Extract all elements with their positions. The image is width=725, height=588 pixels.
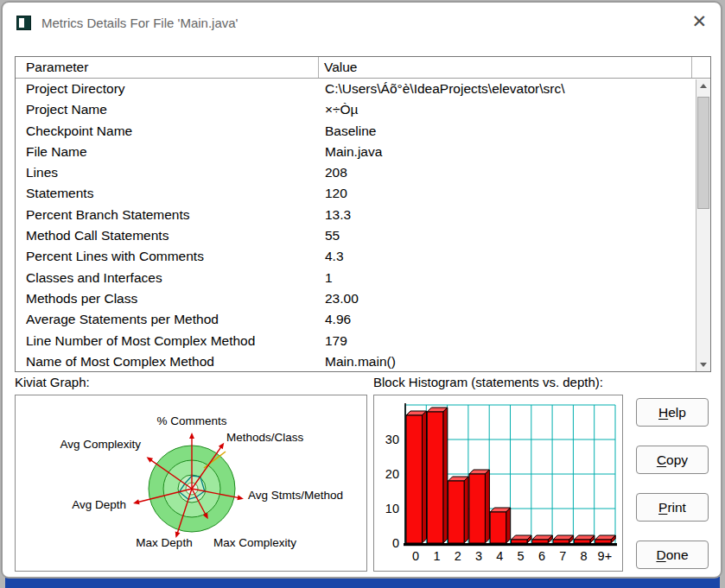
x-tick-label: 2 xyxy=(455,549,461,563)
close-button[interactable]: ✕ xyxy=(691,10,707,33)
table-row[interactable]: Methods per Class23.00 xyxy=(16,288,710,309)
parameter-cell: Classes and Interfaces xyxy=(16,268,319,288)
bar-side-face xyxy=(506,508,511,543)
bar xyxy=(406,415,423,543)
table-row[interactable]: Method Call Statements55 xyxy=(16,225,710,246)
help-button-label: elp xyxy=(668,405,686,420)
x-tick-label: 5 xyxy=(518,549,525,563)
table-row[interactable]: Average Statements per Method4.96 xyxy=(16,309,710,330)
scrollbar-up-icon[interactable] xyxy=(696,79,710,92)
value-cell: Main.main() xyxy=(319,351,692,371)
x-tick-label: 7 xyxy=(559,549,566,563)
app-icon xyxy=(16,16,31,30)
copy-button-label: opy xyxy=(666,452,688,467)
window-title: Metrics Details For File 'Main.java' xyxy=(41,16,238,30)
parameter-cell: File Name xyxy=(16,142,319,162)
x-tick-label: 3 xyxy=(475,549,482,563)
value-cell: 208 xyxy=(319,162,692,183)
histogram-section-label: Block Histogram (statements vs. depth): xyxy=(373,375,603,389)
table-row[interactable]: Line Number of Most Complex Method179 xyxy=(16,331,710,351)
kiviat-axis-label: Avg Depth xyxy=(72,498,126,511)
bar xyxy=(595,540,612,543)
help-button-mnemonic: H xyxy=(658,405,668,420)
table-row[interactable]: Project DirectoryC:\Users\Áõ°è\IdeaProje… xyxy=(16,79,710,99)
table-row[interactable]: Name of Most Complex MethodMain.main() xyxy=(16,351,710,371)
parameter-cell: Name of Most Complex Method xyxy=(16,351,319,371)
y-tick-label: 0 xyxy=(392,536,399,550)
table-row[interactable]: Checkpoint NameBaseline xyxy=(16,121,710,142)
column-header-parameter[interactable]: Parameter xyxy=(16,57,319,78)
table-row[interactable]: Lines208 xyxy=(16,162,710,183)
app-icon-pane xyxy=(19,18,24,28)
done-button-mnemonic: D xyxy=(656,547,665,562)
titlebar[interactable]: Metrics Details For File 'Main.java' ✕ xyxy=(3,3,721,42)
kiviat-arrowhead-icon xyxy=(237,495,243,500)
value-cell: 23.00 xyxy=(319,288,692,309)
table-row[interactable]: Statements120 xyxy=(16,183,710,204)
print-button-mnemonic: P xyxy=(658,500,667,515)
kiviat-axis-label: Max Complexity xyxy=(213,536,296,549)
bar-side-face xyxy=(464,477,468,543)
x-tick-label: 9+ xyxy=(598,549,613,563)
value-cell: 1 xyxy=(319,268,692,288)
table-row[interactable]: Project Name×÷Òµ xyxy=(16,99,710,120)
done-button[interactable]: Done xyxy=(636,541,709,569)
x-tick-label: 0 xyxy=(412,549,419,563)
column-header-value[interactable]: Value xyxy=(319,57,692,78)
value-cell: 13.3 xyxy=(319,205,692,225)
x-axis xyxy=(404,543,617,546)
bar xyxy=(532,540,549,543)
bar-side-face xyxy=(485,470,489,543)
table-body: Project DirectoryC:\Users\Áõ°è\IdeaProje… xyxy=(16,79,710,371)
parameter-cell: Statements xyxy=(16,183,319,204)
parameter-cell: Project Name xyxy=(16,99,319,120)
copy-button[interactable]: Copy xyxy=(636,446,709,474)
bar xyxy=(574,540,590,543)
screen: Metrics Details For File 'Main.java' ✕ P… xyxy=(0,0,725,588)
block-histogram: 01020300123456789+ xyxy=(374,395,622,571)
bar xyxy=(448,481,465,543)
kiviat-axis-label: Avg Complexity xyxy=(60,438,141,451)
table-row[interactable]: Classes and Interfaces1 xyxy=(16,268,710,288)
value-cell: C:\Users\Áõ°è\IdeaProjects\elevator\src\ xyxy=(319,79,692,99)
kiviat-axis-label: Avg Stmts/Method xyxy=(248,489,343,502)
parameter-cell: Average Statements per Method xyxy=(16,309,319,330)
metrics-details-dialog: Metrics Details For File 'Main.java' ✕ P… xyxy=(1,1,722,579)
bar xyxy=(553,540,569,543)
x-tick-label: 6 xyxy=(538,549,545,563)
scrollbar-thumb[interactable] xyxy=(697,97,709,209)
button-column: Help Copy Print Done xyxy=(636,398,709,579)
y-tick-label: 10 xyxy=(385,502,399,515)
bar xyxy=(490,512,506,543)
kiviat-arrowhead-icon xyxy=(133,499,140,504)
parameter-cell: Percent Branch Statements xyxy=(16,205,319,225)
value-cell: 179 xyxy=(319,331,692,351)
table-scrollbar[interactable] xyxy=(696,79,710,371)
value-cell: ×÷Òµ xyxy=(319,99,692,120)
value-cell: 4.3 xyxy=(319,246,692,267)
copy-button-mnemonic: C xyxy=(657,452,666,467)
print-button[interactable]: Print xyxy=(636,493,709,522)
parameter-cell: Method Call Statements xyxy=(16,225,319,246)
x-tick-label: 8 xyxy=(581,549,588,563)
value-cell: Main.java xyxy=(319,142,692,162)
kiviat-axis-label: Max Depth xyxy=(136,536,192,549)
kiviat-arrowhead-icon xyxy=(219,443,224,449)
bar xyxy=(469,474,486,543)
metrics-table: Parameter Value Project DirectoryC:\User… xyxy=(15,56,711,372)
help-button[interactable]: Help xyxy=(636,398,709,427)
parameter-cell: Methods per Class xyxy=(16,288,319,309)
kiviat-section-label: Kiviat Graph: xyxy=(15,375,90,389)
bar-side-face xyxy=(423,411,427,543)
kiviat-axis-label: % Comments xyxy=(156,414,226,427)
parameter-cell: Lines xyxy=(16,162,319,183)
parameter-cell: Percent Lines with Comments xyxy=(16,246,319,267)
table-row[interactable]: Percent Branch Statements13.3 xyxy=(16,205,710,225)
kiviat-graph-panel: % CommentsMethods/ClassAvg Stmts/MethodM… xyxy=(15,395,367,572)
print-button-label: rint xyxy=(667,500,686,515)
table-row[interactable]: File NameMain.java xyxy=(16,142,710,162)
scrollbar-down-icon[interactable] xyxy=(696,358,710,371)
value-cell: 55 xyxy=(319,225,692,246)
parameter-cell: Checkpoint Name xyxy=(16,121,319,142)
table-row[interactable]: Percent Lines with Comments4.3 xyxy=(16,246,710,267)
